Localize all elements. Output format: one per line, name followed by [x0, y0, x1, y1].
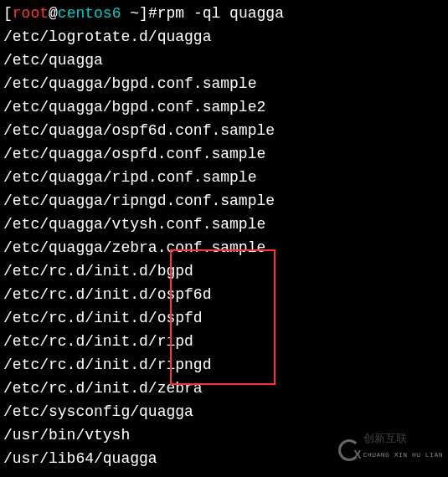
- prompt-close: ]: [139, 5, 148, 22]
- command-text: rpm -ql quagga: [157, 5, 284, 22]
- output-line: /etc/quagga: [3, 52, 103, 69]
- output-line: /etc/quagga/ripngd.conf.sample: [3, 192, 275, 209]
- prompt-path: ~: [121, 5, 139, 22]
- output-line: /etc/quagga/ospf6d.conf.sample: [3, 122, 275, 139]
- prompt-hash: #: [148, 5, 157, 22]
- output-line: /etc/rc.d/init.d/ripngd: [3, 356, 211, 373]
- output-line: /etc/logrotate.d/quagga: [3, 28, 211, 45]
- output-line: /etc/quagga/ospfd.conf.sample: [3, 146, 265, 162]
- prompt-at: @: [49, 5, 58, 22]
- output-line: /etc/sysconfig/quagga: [3, 403, 193, 420]
- output-line: /etc/rc.d/init.d/ospf6d: [3, 286, 211, 303]
- output-line: /etc/quagga/zebra.conf.sample: [3, 239, 265, 256]
- output-line: /etc/rc.d/init.d/bgpd: [3, 263, 193, 280]
- prompt-open: [: [3, 5, 13, 22]
- output-line: /usr/lib64/quagga: [3, 450, 157, 467]
- prompt-host: centos6: [58, 5, 121, 22]
- prompt-user: root: [13, 5, 49, 22]
- output-line: /etc/quagga/bgpd.conf.sample: [3, 75, 256, 92]
- output-line: /etc/rc.d/init.d/zebra: [3, 380, 203, 397]
- output-line: /etc/quagga/vtysh.conf.sample: [3, 216, 265, 233]
- output-line: /etc/rc.d/init.d/ospfd: [3, 310, 203, 326]
- output-line: /usr/bin/vtysh: [3, 427, 130, 444]
- terminal-output[interactable]: [root@centos6 ~]#rpm -ql quagga /etc/log…: [0, 0, 448, 477]
- prompt: [root@centos6 ~]#: [3, 5, 157, 22]
- output-line: /etc/quagga/bgpd.conf.sample2: [3, 99, 265, 115]
- output-line: /etc/rc.d/init.d/ripd: [3, 333, 193, 350]
- output-line: /etc/quagga/ripd.conf.sample: [3, 169, 256, 186]
